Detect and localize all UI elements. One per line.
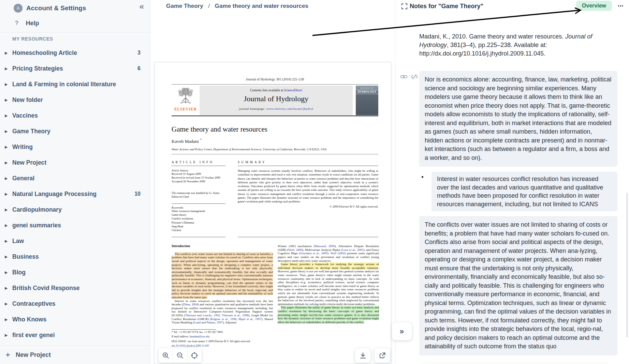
long-note[interactable]: The conflicts over water issues are not … (419, 216, 617, 355)
overview-button[interactable]: Overview (576, 1, 612, 11)
share-button[interactable] (375, 348, 390, 363)
sidebar-item[interactable]: ▶ General (0, 170, 150, 186)
sidebar-item[interactable]: ▶ Pricing Strategies 6 (0, 61, 150, 76)
summary-header: SUMMARY (238, 161, 378, 166)
sidebar-item[interactable]: ▶ Game Theory (0, 123, 150, 139)
avatar[interactable]: A (14, 4, 23, 13)
help-button[interactable]: ? Help (0, 18, 150, 29)
folder-expand-triangle-icon[interactable]: ▶ (5, 317, 12, 322)
sidebar-item[interactable]: ▶ genei summaries (0, 217, 150, 233)
more-options-icon[interactable]: ••• (617, 2, 624, 10)
sidebar-item[interactable]: ▶ first ever genei (0, 327, 150, 343)
sidebar-item[interactable]: ▶ Land & Farming in colonial literature (0, 76, 150, 92)
expand-notes-icon[interactable] (401, 3, 408, 11)
sidebar-item[interactable]: ▶ New folder (0, 92, 150, 108)
elsevier-tree-icon (176, 86, 195, 105)
folder-expand-triangle-icon[interactable]: ▶ (5, 333, 12, 337)
folder-expand-triangle-icon[interactable]: ▶ (5, 208, 12, 212)
cover-title-label: HYDROLOGY (356, 90, 378, 94)
link-icon[interactable] (400, 73, 408, 80)
copyright-line: © 2009 Elsevier B.V. All rights reserved… (238, 205, 378, 208)
sidebar-item[interactable]: ▶ Cardiopulmonary (0, 202, 150, 217)
zoom-in-button[interactable] (159, 348, 173, 363)
pdf-rule (172, 84, 378, 85)
sidebar-item-label: Vaccines (12, 112, 138, 119)
sidebar-item[interactable]: ▶ Who Knows (0, 312, 150, 327)
sidebar-item[interactable]: ▶ Natural Language Processing 10 (0, 186, 150, 202)
sidebar: A Account & Settings « ? Help MY RESOURC… (0, 0, 150, 364)
sidebar-item-label: New Project (12, 159, 138, 166)
footnote-tel: * Tel.: +1 951 827 9774; fax: +1 951 827… (172, 331, 273, 334)
sidebar-item-label: Natural Language Processing (12, 191, 132, 198)
folder-expand-triangle-icon[interactable]: ▶ (5, 98, 12, 102)
avatar-letter: A (17, 6, 19, 11)
sidebar-item-label: first ever genei (12, 332, 138, 339)
new-project-button[interactable]: + New Project (0, 345, 150, 364)
folder-expand-triangle-icon[interactable]: ▶ (5, 255, 12, 259)
double-chevron-right-icon: » (400, 327, 404, 336)
folder-expand-triangle-icon[interactable]: ▶ (5, 82, 12, 87)
bullet-note[interactable]: Interest in water resources conflict res… (431, 172, 617, 211)
folder-expand-triangle-icon[interactable]: ▶ (5, 223, 12, 228)
sidebar-item-label: Who Knows (12, 316, 138, 323)
download-button[interactable] (355, 348, 370, 363)
body-columns: Introduction The conflicts over water is… (172, 244, 378, 348)
account-settings-button[interactable]: A Account & Settings (0, 2, 150, 14)
sidebar-item[interactable]: ▶ Homeschooling Article 3 (0, 45, 150, 61)
notes-scrollbar[interactable] (626, 193, 628, 337)
sidebar-item-label: Homeschooling Article (12, 49, 135, 57)
sidebar-item[interactable]: ▶ Business (0, 249, 150, 264)
sidebar-item[interactable]: ▶ Writing (0, 139, 150, 155)
paper-title: Game theory and water resources (172, 125, 378, 134)
right-paragraph: Winner (AW) mechanism (Massoud, 2000), A… (278, 244, 379, 262)
notes-panel: Notes for "Game Theory" Overview ••• Mad… (395, 0, 629, 364)
folder-expand-triangle-icon[interactable]: ▶ (5, 302, 12, 306)
sciencedirect-link[interactable]: ScienceDirect (284, 89, 302, 92)
sidebar-item-label: Cardiopulmonary (12, 206, 138, 213)
sidebar-collapse-icon[interactable]: « (140, 2, 144, 11)
sidebar-item[interactable]: ▶ Blog (0, 264, 150, 280)
keywords-list: Water resources managementGame theoryCon… (172, 209, 225, 232)
homepage-link[interactable]: www.elsevier.com/locate/jhydrol (266, 107, 313, 110)
sidebar-item-count: 10 (134, 191, 141, 197)
collapse-notes-button[interactable]: » (392, 322, 412, 340)
author-footnote-mark: * (200, 138, 202, 141)
folder-expand-triangle-icon[interactable]: ▶ (5, 66, 12, 71)
sidebar-item[interactable]: ▶ New Project (0, 155, 150, 170)
linked-note[interactable]: Nor is economics alone: accounting, fina… (419, 71, 617, 167)
sidebar-item[interactable]: ▶ Contraceptives (0, 296, 150, 312)
journal-cover-thumbnail: JOURNAL OF HYDROLOGY (356, 86, 378, 115)
right-paragraph-yellow: Game theory provides a framework for stu… (278, 262, 379, 306)
folder-expand-triangle-icon[interactable]: ▶ (5, 145, 12, 149)
breadcrumb-separator: / (208, 3, 210, 9)
summary-text: Managing water resources systems usually… (238, 169, 378, 204)
folder-expand-triangle-icon[interactable]: ▶ (5, 176, 12, 181)
sidebar-item[interactable]: ▶ Vaccines (0, 108, 150, 123)
folder-expand-triangle-icon[interactable]: ▶ (5, 239, 12, 243)
zoom-out-button[interactable] (173, 348, 187, 363)
keyword-line: Chicken (172, 228, 225, 232)
folder-expand-triangle-icon[interactable]: ▶ (5, 113, 12, 118)
folder-expand-triangle-icon[interactable]: ▶ (5, 129, 12, 134)
folder-expand-triangle-icon[interactable]: ▶ (5, 161, 12, 165)
breadcrumb-document[interactable]: Game theory and water resources (215, 3, 308, 9)
citation-note[interactable]: Madani, K., 2010. Game theory and water … (419, 32, 617, 58)
banner-journal-title: Journal of Hydrology (200, 94, 353, 103)
fit-to-page-button[interactable] (187, 348, 202, 363)
keyword-line: Game theory (172, 213, 225, 217)
article-info-header: ARTICLE INFO (172, 161, 225, 166)
breadcrumb-folder[interactable]: Game Theory (166, 3, 203, 9)
folder-expand-triangle-icon[interactable]: ▶ (5, 51, 12, 55)
folder-expand-triangle-icon[interactable]: ▶ (5, 286, 12, 290)
unlink-icon[interactable] (411, 73, 418, 80)
handled-by-note: This manuscript was handled by G. Syme, … (172, 191, 225, 199)
sidebar-item[interactable]: ▶ Law (0, 233, 150, 249)
folder-expand-triangle-icon[interactable]: ▶ (5, 192, 12, 196)
contents-line: Contents lists available at ScienceDirec… (200, 89, 353, 92)
folder-expand-triangle-icon[interactable]: ▶ (5, 270, 12, 275)
help-icon: ? (15, 20, 18, 27)
sidebar-item[interactable]: ▶ British Covid Response (0, 280, 150, 296)
keywords-block: Keywords: Water resources managementGame… (172, 203, 225, 232)
notes-header: Notes for "Game Theory" Overview ••• (395, 0, 629, 12)
left-paragraph-highlighted: The conflicts over water issues are not … (172, 252, 273, 299)
